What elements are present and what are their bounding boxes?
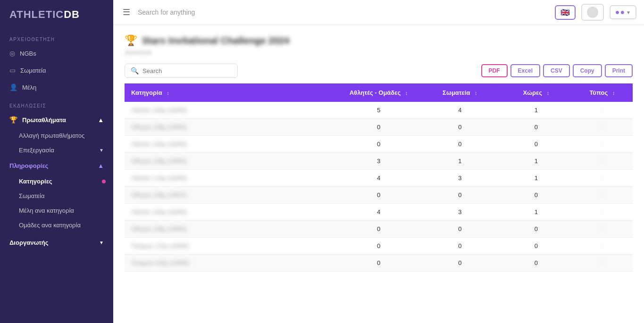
clubs-icon: ▭ xyxy=(9,66,16,74)
ngbs-icon: ◎ xyxy=(9,50,15,57)
chevron-down-dots: ▼ xyxy=(626,10,631,15)
sidebar-sub-change-championship[interactable]: Αλλαγή πρωταθλήματος xyxy=(0,128,113,143)
pdf-button[interactable]: PDF xyxy=(481,64,508,77)
sidebar-item-ngbs-label: NGBs xyxy=(20,50,36,57)
cell-clubs: 3 xyxy=(419,204,501,221)
print-button[interactable]: Print xyxy=(605,64,633,77)
table-header-row: Κατηγορία ↕ Αθλητές - Ομάδες ↕ Σωματεία … xyxy=(125,83,633,102)
sidebar-sub-groups-per-cat[interactable]: Ομάδες ανα κατηγορία xyxy=(0,218,113,232)
cell-type: ··· xyxy=(572,102,633,119)
cell-category: Αθλητές 100μ (10000) xyxy=(125,221,338,238)
sidebar-item-clubs-label: Σωματεία xyxy=(20,67,46,74)
user-button[interactable] xyxy=(581,4,604,21)
trophy-icon: 🏆 xyxy=(9,116,17,124)
cell-athletes: 0 xyxy=(338,255,419,272)
cell-countries: 0 xyxy=(501,136,572,153)
sort-icon-clubs: ↕ xyxy=(475,90,477,96)
cell-athletes: 4 xyxy=(338,204,419,221)
cell-clubs: 0 xyxy=(419,187,501,204)
col-clubs-label: Σωματεία xyxy=(443,89,470,96)
logo-text-part1: ATHLETIC xyxy=(9,8,64,20)
topbar-search-text: Search for anything xyxy=(138,8,341,16)
sidebar-item-clubs[interactable]: ▭ Σωματεία xyxy=(0,62,113,79)
sidebar-item-championships[interactable]: 🏆 Πρωταθλήματα ▲ xyxy=(0,111,113,128)
sidebar-item-members-label: Μέλη xyxy=(22,84,36,91)
col-header-athletes[interactable]: Αθλητές - Ομάδες ↕ xyxy=(338,83,419,102)
col-header-countries[interactable]: Χώρες ↕ xyxy=(501,83,572,102)
cell-clubs: 4 xyxy=(419,102,501,119)
language-button[interactable]: 🇬🇧 xyxy=(555,5,576,20)
col-countries-label: Χώρες xyxy=(523,89,542,96)
cell-type: ··· xyxy=(572,221,633,238)
cell-athletes: 3 xyxy=(338,153,419,170)
col-header-category[interactable]: Κατηγορία ↕ xyxy=(125,83,338,102)
type-text: ··· xyxy=(600,124,604,131)
chevron-down-icon: ▼ xyxy=(99,148,104,153)
cell-athletes: 0 xyxy=(338,187,419,204)
cell-category: Αθλητές 100μ (10000) xyxy=(125,204,338,221)
search-icon: 🔍 xyxy=(131,67,139,75)
category-text: Τυλαρών 110μ (10000) xyxy=(131,243,189,249)
members-per-cat-label: Μέλη ανα κατηγορία xyxy=(19,207,74,214)
info-label: Πληροφορίες xyxy=(9,162,48,169)
sidebar-group-info[interactable]: Πληροφορίες ▲ xyxy=(0,157,113,174)
category-text: Αθλητές 100μ (10000) xyxy=(131,124,187,131)
table-row: Αθλητές 100μ (10000) 5 4 1 ··· xyxy=(125,102,633,119)
cell-athletes: 0 xyxy=(338,238,419,255)
cell-countries: 1 xyxy=(501,204,572,221)
section-label-archive: ΑΡΧΕΙΟΘΕΤΗΣΗ xyxy=(0,29,113,45)
excel-button[interactable]: Excel xyxy=(510,64,540,77)
topbar: ☰ Search for anything 🇬🇧 ●● ▼ xyxy=(113,0,644,25)
category-text: Αθλητές 100μ (10000) xyxy=(131,209,187,215)
sidebar-item-organizer[interactable]: Διοργανωτής ▼ xyxy=(0,234,113,251)
table-row: Αθλητές 100μ (10000) 0 0 0 ··· xyxy=(125,119,633,136)
type-text: ··· xyxy=(600,107,604,114)
cell-type: ··· xyxy=(572,187,633,204)
copy-button[interactable]: Copy xyxy=(573,64,602,77)
cell-type: ··· xyxy=(572,255,633,272)
table-body: Αθλητές 100μ (10000) 5 4 1 ··· Αθλητές 1… xyxy=(125,102,633,272)
type-text: ··· xyxy=(600,260,604,266)
sidebar-sub-edit[interactable]: Επεξεργασία ▼ xyxy=(0,143,113,157)
cell-clubs: 0 xyxy=(419,221,501,238)
table-row: Αθλητές 100μ (10007) 0 0 0 ··· xyxy=(125,187,633,204)
more-options-button[interactable]: ●● ▼ xyxy=(610,5,636,19)
col-header-type[interactable]: Τύπος ↕ xyxy=(572,83,633,102)
sidebar-item-members[interactable]: 👤 Μέλη xyxy=(0,79,113,96)
cell-category: Αθλητές 100μ (10000) xyxy=(125,119,338,136)
sidebar-item-ngbs[interactable]: ◎ NGBs xyxy=(0,45,113,62)
cell-athletes: 4 xyxy=(338,170,419,187)
page-title: Stars Invitational Challenge 2024 xyxy=(142,35,289,46)
main-content: ☰ Search for anything 🇬🇧 ●● ▼ 🏆 Stars In… xyxy=(113,0,644,323)
organizer-label: Διοργανωτής xyxy=(9,239,49,246)
chevron-down-icon-org: ▼ xyxy=(99,240,104,245)
cell-countries: 0 xyxy=(501,238,572,255)
categories-label: Κατηγορίες xyxy=(19,178,52,185)
col-header-clubs[interactable]: Σωματεία ↕ xyxy=(419,83,501,102)
cell-clubs: 3 xyxy=(419,170,501,187)
sidebar-sub-societies[interactable]: Σωματεία xyxy=(0,189,113,203)
csv-button[interactable]: CSV xyxy=(543,64,570,77)
cell-category: Αθλητές 110μ (10000) xyxy=(125,170,338,187)
search-input[interactable] xyxy=(142,67,232,75)
type-text: ··· xyxy=(600,158,604,165)
category-text: Αθλητές 100μ (10000) xyxy=(131,158,187,165)
cell-clubs: 1 xyxy=(419,153,501,170)
category-text: Αθλητές 100μ (10000) xyxy=(131,141,187,148)
menu-icon[interactable]: ☰ xyxy=(121,5,132,19)
cell-type: ··· xyxy=(572,119,633,136)
sidebar-sub-categories[interactable]: Κατηγορίες xyxy=(0,174,113,189)
sidebar-sub-members-per-cat[interactable]: Μέλη ανα κατηγορία xyxy=(0,203,113,218)
search-box[interactable]: 🔍 xyxy=(125,64,238,78)
sort-icon-athletes: ↕ xyxy=(405,90,408,96)
table-row: Αθλητές 100μ (10000) 0 0 0 ··· xyxy=(125,136,633,153)
cell-athletes: 5 xyxy=(338,102,419,119)
chevron-up-icon: ▲ xyxy=(98,116,104,124)
cell-type: ··· xyxy=(572,204,633,221)
cell-countries: 0 xyxy=(501,255,572,272)
cell-type: ··· xyxy=(572,238,633,255)
edit-label: Επεξεργασία xyxy=(19,147,54,154)
page-content: 🏆 Stars Invitational Challenge 2024 2024… xyxy=(113,25,644,323)
logo-text-part2: DB xyxy=(64,8,80,20)
cell-category: Αθλητές 100μ (10000) xyxy=(125,153,338,170)
